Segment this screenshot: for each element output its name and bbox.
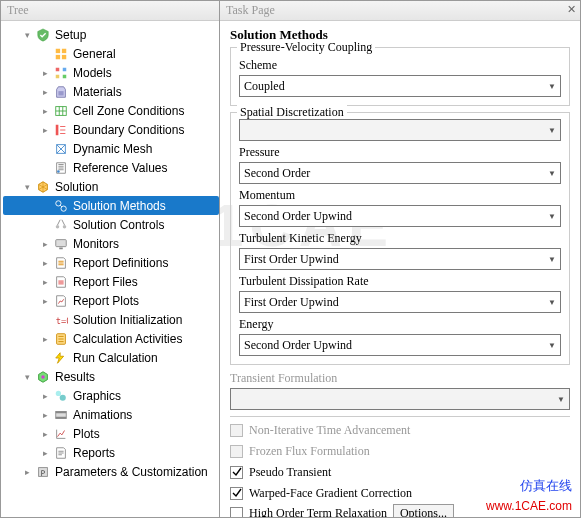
scheme-select[interactable]: Coupled ▼ [239, 75, 561, 97]
task-body: 1CAE Solution Methods Pressure-Velocity … [220, 21, 580, 517]
svg-rect-5 [63, 67, 67, 71]
noniter-row: Non-Iterative Time Advancement [230, 420, 570, 440]
tree-node-cellzone[interactable]: ▸ Cell Zone Conditions [3, 101, 219, 120]
tree-label: Materials [73, 85, 122, 99]
expander-right-icon[interactable]: ▸ [39, 238, 51, 250]
expander-right-icon[interactable]: ▸ [39, 86, 51, 98]
gradient-select[interactable]: ▼ [239, 119, 561, 141]
tree-node-plots[interactable]: ▸ Plots [3, 424, 219, 443]
chevron-down-icon: ▼ [544, 335, 560, 355]
noniter-label: Non-Iterative Time Advancement [249, 423, 410, 438]
svg-rect-0 [56, 48, 60, 52]
warped-label: Warped-Face Gradient Correction [249, 486, 412, 501]
general-icon [53, 46, 69, 62]
expander-right-icon[interactable]: ▸ [39, 257, 51, 269]
tdr-select[interactable]: First Order Upwind ▼ [239, 291, 561, 313]
energy-select[interactable]: Second Order Upwind ▼ [239, 334, 561, 356]
tree-node-solution-init[interactable]: ▸ t=0 Solution Initialization [3, 310, 219, 329]
svg-rect-8 [58, 91, 63, 95]
svg-rect-30 [58, 280, 63, 284]
tree-node-refvals[interactable]: ▸ Reference Values [3, 158, 219, 177]
tree-node-results[interactable]: ▾ Results [3, 367, 219, 386]
graphics-icon [53, 388, 69, 404]
expander-right-icon[interactable]: ▸ [39, 276, 51, 288]
pseudo-label: Pseudo Transient [249, 465, 331, 480]
tree-node-materials[interactable]: ▸ Materials [3, 82, 219, 101]
tree-panel: Tree ▾ Setup ▸ General ▸ Models ▸ Materi… [1, 1, 220, 517]
expander-right-icon[interactable]: ▸ [39, 390, 51, 402]
tree-node-report-definitions[interactable]: ▸ Report Definitions [3, 253, 219, 272]
momentum-label: Momentum [239, 188, 561, 203]
svg-point-23 [56, 225, 60, 229]
pseudo-checkbox[interactable] [230, 466, 243, 479]
pressure-select[interactable]: Second Order ▼ [239, 162, 561, 184]
svg-rect-40 [56, 411, 67, 413]
tree-node-animations[interactable]: ▸ Animations [3, 405, 219, 424]
tree-label: Solution Controls [73, 218, 164, 232]
frozen-label: Frozen Flux Formulation [249, 444, 370, 459]
pressure-value: Second Order [244, 166, 310, 181]
tree-node-run-calculation[interactable]: ▸ Run Calculation [3, 348, 219, 367]
materials-icon [53, 84, 69, 100]
svg-rect-25 [56, 239, 67, 246]
tree-node-reports[interactable]: ▸ Reports [3, 443, 219, 462]
pseudo-row[interactable]: Pseudo Transient [230, 462, 570, 482]
tree-node-report-files[interactable]: ▸ Report Files [3, 272, 219, 291]
tree-label: Report Plots [73, 294, 139, 308]
tree-label: Reference Values [73, 161, 168, 175]
chevron-down-icon: ▼ [544, 120, 560, 140]
options-button[interactable]: Options... [393, 504, 454, 517]
tree-label: Results [55, 370, 95, 384]
tke-select[interactable]: First Order Upwind ▼ [239, 248, 561, 270]
report-plots-icon [53, 293, 69, 309]
tree-node-solution-methods[interactable]: ▸ Solution Methods [3, 196, 219, 215]
expander-right-icon[interactable]: ▸ [39, 333, 51, 345]
tree-node-models[interactable]: ▸ Models [3, 63, 219, 82]
tree-node-solution[interactable]: ▾ Solution [3, 177, 219, 196]
expander-right-icon[interactable]: ▸ [39, 409, 51, 421]
chevron-down-icon: ▼ [544, 163, 560, 183]
tree-label: Graphics [73, 389, 121, 403]
tree-node-graphics[interactable]: ▸ Graphics [3, 386, 219, 405]
tree-node-boundary[interactable]: ▸ Boundary Conditions [3, 120, 219, 139]
svg-rect-6 [56, 74, 60, 78]
tree-label: Report Files [73, 275, 138, 289]
tree-body[interactable]: ▾ Setup ▸ General ▸ Models ▸ Materials ▸… [1, 21, 219, 517]
chevron-down-icon: ▼ [544, 206, 560, 226]
tree-node-general[interactable]: ▸ General [3, 44, 219, 63]
expander-right-icon[interactable]: ▸ [39, 124, 51, 136]
tree-label: Solution [55, 180, 98, 194]
run-icon [53, 350, 69, 366]
expander-right-icon[interactable]: ▸ [39, 295, 51, 307]
expander-down-icon[interactable]: ▾ [21, 371, 33, 383]
sd-group: Spatial Discretization ▼ Pressure Second… [230, 112, 570, 365]
tree-node-monitors[interactable]: ▸ Monitors [3, 234, 219, 253]
tree-node-setup[interactable]: ▾ Setup [3, 25, 219, 44]
close-icon[interactable]: ✕ [567, 3, 576, 16]
momentum-value: Second Order Upwind [244, 209, 352, 224]
expander-right-icon[interactable]: ▸ [21, 466, 33, 478]
expander-right-icon[interactable]: ▸ [39, 67, 51, 79]
momentum-select[interactable]: Second Order Upwind ▼ [239, 205, 561, 227]
expander-right-icon[interactable]: ▸ [39, 428, 51, 440]
tree-node-calc-activities[interactable]: ▸ Calculation Activities [3, 329, 219, 348]
brand-text: 仿真在线 [520, 477, 572, 495]
expander-right-icon[interactable]: ▸ [39, 105, 51, 117]
tree-header: Tree [1, 1, 219, 21]
highorder-checkbox[interactable] [230, 507, 243, 517]
tke-label: Turbulent Kinetic Energy [239, 231, 561, 246]
tree-label: Animations [73, 408, 132, 422]
scheme-label: Scheme [239, 58, 561, 73]
tree-node-dynmesh[interactable]: ▸ Dynamic Mesh [3, 139, 219, 158]
svg-text:t=0: t=0 [56, 315, 68, 325]
tree-node-report-plots[interactable]: ▸ Report Plots [3, 291, 219, 310]
expander-down-icon[interactable]: ▾ [21, 29, 33, 41]
tree-node-solution-controls[interactable]: ▸ Solution Controls [3, 215, 219, 234]
svg-point-38 [60, 394, 66, 400]
tree-node-parameters[interactable]: ▸ P Parameters & Customization [3, 462, 219, 481]
warped-checkbox[interactable] [230, 487, 243, 500]
tree-header-label: Tree [7, 3, 29, 18]
expander-down-icon[interactable]: ▾ [21, 181, 33, 193]
expander-right-icon[interactable]: ▸ [39, 447, 51, 459]
dynamic-mesh-icon [53, 141, 69, 157]
